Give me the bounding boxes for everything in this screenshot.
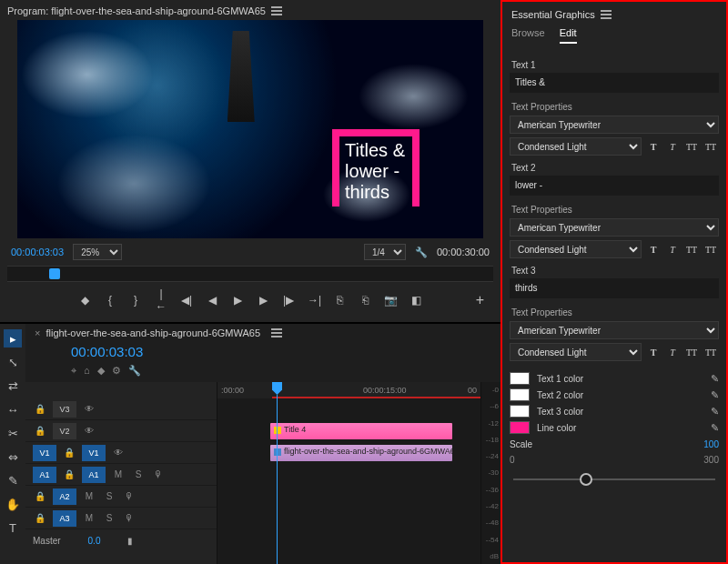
timeline-tracks[interactable]: :00:00 00:00:15:00 00 Title 4 flight-ove… <box>217 382 480 564</box>
eyedropper-icon[interactable]: ✎ <box>711 406 719 418</box>
marker-add-icon[interactable]: ◆ <box>97 365 105 377</box>
playhead-icon[interactable] <box>49 268 60 279</box>
text3-font-select[interactable]: American Typewriter <box>510 321 719 339</box>
razor-tool[interactable]: ✂ <box>4 424 22 442</box>
source-v1[interactable]: V1 <box>33 445 56 461</box>
mic-icon[interactable]: 🎙 <box>151 469 166 479</box>
lift-icon[interactable]: ⎘ <box>333 294 346 307</box>
small-caps-button[interactable]: TT <box>703 344 719 360</box>
faux-bold-button[interactable]: T <box>645 138 662 155</box>
faux-italic-button[interactable]: T <box>664 138 681 155</box>
lock-icon[interactable]: 🔒 <box>33 404 47 414</box>
all-caps-button[interactable]: TT <box>683 344 700 360</box>
marker-icon[interactable]: ◆ <box>78 294 91 307</box>
settings-icon[interactable]: 🔧 <box>415 247 428 258</box>
text3-color-swatch[interactable] <box>510 405 530 418</box>
frame-back-icon[interactable]: ◀ <box>206 294 218 307</box>
wrench-icon[interactable]: 🔧 <box>128 365 141 377</box>
panel-menu-icon[interactable] <box>601 10 612 19</box>
linked-sel-icon[interactable]: ⌂ <box>84 365 90 377</box>
small-caps-button[interactable]: TT <box>703 138 719 155</box>
frame-fwd-icon[interactable]: ▶ <box>257 294 269 307</box>
track-v2[interactable]: V2 <box>53 423 76 439</box>
export-frame-icon[interactable]: 📷 <box>384 294 397 307</box>
all-caps-button[interactable]: TT <box>683 241 700 257</box>
lock-icon[interactable]: 🔒 <box>33 513 47 523</box>
button-editor-icon[interactable]: + <box>476 292 484 308</box>
ripple-tool[interactable]: ⇄ <box>4 377 22 395</box>
go-out-icon[interactable]: →| <box>308 294 320 307</box>
track-v1[interactable]: V1 <box>82 445 106 461</box>
play-icon[interactable]: ▶ <box>231 294 244 307</box>
go-in-icon[interactable]: |← <box>155 287 167 313</box>
scale-value[interactable]: 100 <box>703 439 719 449</box>
text2-input[interactable]: lower - <box>510 176 719 196</box>
text1-font-select[interactable]: American Typewriter <box>510 116 719 134</box>
track-v3[interactable]: V3 <box>53 401 76 418</box>
lock-icon[interactable]: 🔒 <box>62 469 76 479</box>
program-timecode[interactable]: 00:00:03:03 <box>11 247 64 257</box>
out-bracket-icon[interactable]: } <box>129 294 142 307</box>
text1-color-swatch[interactable] <box>510 372 530 385</box>
sequence-name[interactable]: flight-over-the-sea-and-ship-aground-6GM… <box>46 327 260 338</box>
slider-knob[interactable] <box>580 473 592 486</box>
step-fwd-icon[interactable]: |▶ <box>282 294 295 307</box>
selection-tool[interactable]: ▸ <box>4 329 22 347</box>
program-scrubber[interactable] <box>7 266 493 282</box>
slip-tool[interactable]: ⇔ <box>4 448 22 466</box>
master-value[interactable]: 0.0 <box>88 536 101 546</box>
text2-style-select[interactable]: Condensed Light <box>510 240 642 258</box>
text2-font-select[interactable]: American Typewriter <box>510 218 719 237</box>
faux-bold-button[interactable]: T <box>645 241 662 257</box>
extract-icon[interactable]: ⎗ <box>359 294 371 307</box>
text3-style-select[interactable]: Condensed Light <box>510 343 642 361</box>
lock-icon[interactable]: 🔒 <box>62 448 76 458</box>
clip-title[interactable]: Title 4 <box>270 423 452 439</box>
track-a1[interactable]: A1 <box>82 467 106 483</box>
text1-input[interactable]: Titles & <box>510 73 719 93</box>
faux-italic-button[interactable]: T <box>664 241 681 257</box>
panel-menu-icon[interactable] <box>271 6 282 15</box>
rate-stretch-tool[interactable]: ↔ <box>4 400 22 418</box>
line-color-swatch[interactable] <box>510 421 530 434</box>
tab-browse[interactable]: Browse <box>511 27 545 44</box>
timeline-playhead[interactable] <box>272 382 282 564</box>
eyedropper-icon[interactable]: ✎ <box>711 422 719 434</box>
faux-bold-button[interactable]: T <box>645 344 662 360</box>
type-tool[interactable]: T <box>4 519 22 537</box>
eyedropper-icon[interactable]: ✎ <box>711 389 719 401</box>
in-bracket-icon[interactable]: { <box>104 294 116 307</box>
zoom-select[interactable]: 25% <box>73 244 122 260</box>
small-caps-button[interactable]: TT <box>703 241 719 257</box>
mic-icon[interactable]: 🎙 <box>122 491 136 501</box>
faux-italic-button[interactable]: T <box>664 344 681 360</box>
track-a3[interactable]: A3 <box>53 510 76 527</box>
lock-icon[interactable]: 🔒 <box>33 426 47 436</box>
scale-slider[interactable] <box>513 470 715 488</box>
eyedropper-icon[interactable]: ✎ <box>711 373 719 385</box>
text3-input[interactable]: thirds <box>510 278 719 298</box>
program-viewer[interactable]: Titles & lower - thirds <box>17 20 483 238</box>
timeline-menu-icon[interactable] <box>271 328 282 337</box>
timeline-timecode[interactable]: 00:00:03:03 <box>71 344 143 359</box>
text2-color-swatch[interactable] <box>510 388 530 401</box>
clip-video[interactable]: flight-over-the-sea-and-ship-aground-6GM… <box>270 445 452 461</box>
step-back-icon[interactable]: ◀| <box>180 294 193 307</box>
toggle-output-icon[interactable]: 👁 <box>82 404 96 414</box>
resolution-select[interactable]: 1/4 <box>364 244 406 260</box>
snap-icon[interactable]: ⌖ <box>71 365 76 377</box>
pen-tool[interactable]: ✎ <box>4 471 22 489</box>
tab-edit[interactable]: Edit <box>560 27 577 44</box>
lock-icon[interactable]: 🔒 <box>33 491 47 501</box>
settings-icon[interactable]: ⚙ <box>112 365 121 377</box>
toggle-output-icon[interactable]: 👁 <box>82 426 96 436</box>
compare-icon[interactable]: ◧ <box>410 294 422 307</box>
toggle-output-icon[interactable]: 👁 <box>111 448 126 458</box>
track-select-tool[interactable]: ⤡ <box>4 353 22 371</box>
track-a2[interactable]: A2 <box>53 488 76 505</box>
mic-icon[interactable]: 🎙 <box>122 513 136 523</box>
hand-tool[interactable]: ✋ <box>4 495 22 513</box>
title-overlay[interactable]: Titles & lower - thirds <box>332 129 420 206</box>
source-a1[interactable]: A1 <box>33 467 56 483</box>
text1-style-select[interactable]: Condensed Light <box>510 137 642 156</box>
